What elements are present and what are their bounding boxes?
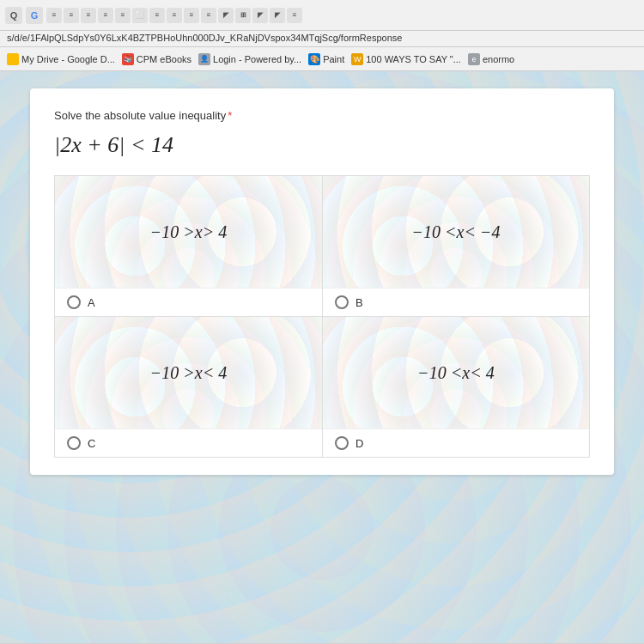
bookmark-login[interactable]: 👤 Login - Powered by... bbox=[198, 53, 301, 65]
option-c-letter: C bbox=[88, 437, 95, 450]
toolbar-btn-15[interactable]: ≡ bbox=[287, 8, 302, 23]
bookmark-drive-label: My Drive - Google D... bbox=[21, 54, 115, 64]
cpm-icon: 📚 bbox=[122, 53, 134, 65]
toolbar-btn-1[interactable]: ≡ bbox=[46, 8, 62, 23]
bookmark-enormo[interactable]: e enormo bbox=[468, 53, 514, 65]
math-equation: |2x + 6| < 14 bbox=[54, 132, 590, 158]
option-card-c[interactable]: −10 > x < 4 C bbox=[54, 317, 322, 458]
toolbar-btn-7[interactable]: ≡ bbox=[149, 8, 165, 23]
bookmark-enormo-label: enormo bbox=[483, 54, 514, 64]
toolbar-btn-11[interactable]: ◤ bbox=[218, 8, 234, 23]
bookmark-cpm[interactable]: 📚 CPM eBooks bbox=[122, 53, 191, 65]
bookmark-cpm-label: CPM eBooks bbox=[137, 54, 191, 64]
form-card: Solve the absolute value inequality* |2x… bbox=[30, 88, 614, 475]
bookmark-paint[interactable]: 🎨 Paint bbox=[308, 53, 344, 65]
radio-a[interactable] bbox=[67, 295, 81, 309]
address-text: s/d/e/1FAlpQLSdpYs0Y6LxK4BZTPBHoUhn000DJ… bbox=[7, 33, 402, 43]
toolbar-btn-8[interactable]: ≡ bbox=[167, 8, 182, 23]
ways-icon: W bbox=[351, 53, 363, 65]
toolbar-btn-9[interactable]: ≡ bbox=[184, 8, 199, 23]
login-icon: 👤 bbox=[198, 53, 210, 65]
address-bar[interactable]: s/d/e/1FAlpQLSdpYs0Y6LxK4BZTPBHoUhn000DJ… bbox=[0, 31, 644, 47]
option-a-letter: A bbox=[88, 296, 95, 309]
option-b-math: −10 < x < −4 bbox=[323, 176, 589, 288]
toolbar-btn-10[interactable]: ≡ bbox=[201, 8, 216, 23]
enormo-icon: e bbox=[468, 53, 480, 65]
option-c-footer: C bbox=[55, 428, 322, 457]
toolbar-btn-6[interactable]: ⬜ bbox=[132, 8, 148, 23]
radio-c[interactable] bbox=[67, 436, 81, 450]
bookmark-ways[interactable]: W 100 WAYS TO SAY "... bbox=[351, 53, 461, 65]
bookmark-drive[interactable]: My Drive - Google D... bbox=[7, 53, 115, 65]
option-b-footer: B bbox=[323, 288, 589, 316]
toolbar-btn-12[interactable]: ⊞ bbox=[235, 8, 251, 23]
option-c-math: −10 > x < 4 bbox=[55, 317, 322, 428]
toolbar-btn-14[interactable]: ◤ bbox=[270, 8, 285, 23]
radio-b[interactable] bbox=[335, 295, 349, 309]
drive-icon bbox=[7, 53, 19, 65]
toolbar-btn-5[interactable]: ≡ bbox=[115, 8, 131, 23]
option-d-letter: D bbox=[355, 437, 363, 450]
toolbar-btn-13[interactable]: ◤ bbox=[252, 8, 268, 23]
required-star: * bbox=[228, 109, 232, 122]
option-d-math: −10 < x < 4 bbox=[323, 317, 589, 428]
option-b-letter: B bbox=[355, 296, 363, 309]
options-grid: −10 > x > 4 A −10 < x < −4 B bbox=[54, 175, 590, 458]
option-d-footer: D bbox=[323, 428, 589, 457]
browser-icon-q[interactable]: Q bbox=[5, 7, 22, 24]
question-label: Solve the absolute value inequality* bbox=[54, 109, 590, 122]
option-card-b[interactable]: −10 < x < −4 B bbox=[322, 175, 590, 317]
browser-icon-g[interactable]: G bbox=[26, 7, 43, 24]
bookmark-paint-label: Paint bbox=[323, 54, 344, 64]
option-card-a[interactable]: −10 > x > 4 A bbox=[54, 175, 322, 317]
page-content: Solve the absolute value inequality* |2x… bbox=[0, 71, 644, 643]
option-card-d[interactable]: −10 < x < 4 D bbox=[322, 317, 590, 458]
paint-icon: 🎨 bbox=[308, 53, 320, 65]
bookmark-ways-label: 100 WAYS TO SAY "... bbox=[366, 54, 461, 64]
toolbar-icons: ≡ ≡ ≡ ≡ ≡ ⬜ ≡ ≡ ≡ ≡ ◤ ⊞ ◤ ◤ ≡ bbox=[46, 8, 302, 23]
toolbar-btn-2[interactable]: ≡ bbox=[64, 8, 79, 23]
toolbar-btn-4[interactable]: ≡ bbox=[98, 8, 113, 23]
question-text: Solve the absolute value inequality bbox=[54, 109, 226, 122]
bookmark-login-label: Login - Powered by... bbox=[213, 54, 301, 64]
toolbar-btn-3[interactable]: ≡ bbox=[81, 8, 96, 23]
option-a-math: −10 > x > 4 bbox=[55, 176, 322, 288]
browser-toolbar: Q G ≡ ≡ ≡ ≡ ≡ ⬜ ≡ ≡ ≡ ≡ ◤ ⊞ ◤ ◤ ≡ bbox=[0, 0, 644, 31]
bookmarks-bar: My Drive - Google D... 📚 CPM eBooks 👤 Lo… bbox=[0, 47, 644, 71]
radio-d[interactable] bbox=[335, 436, 349, 450]
option-a-footer: A bbox=[55, 288, 322, 316]
